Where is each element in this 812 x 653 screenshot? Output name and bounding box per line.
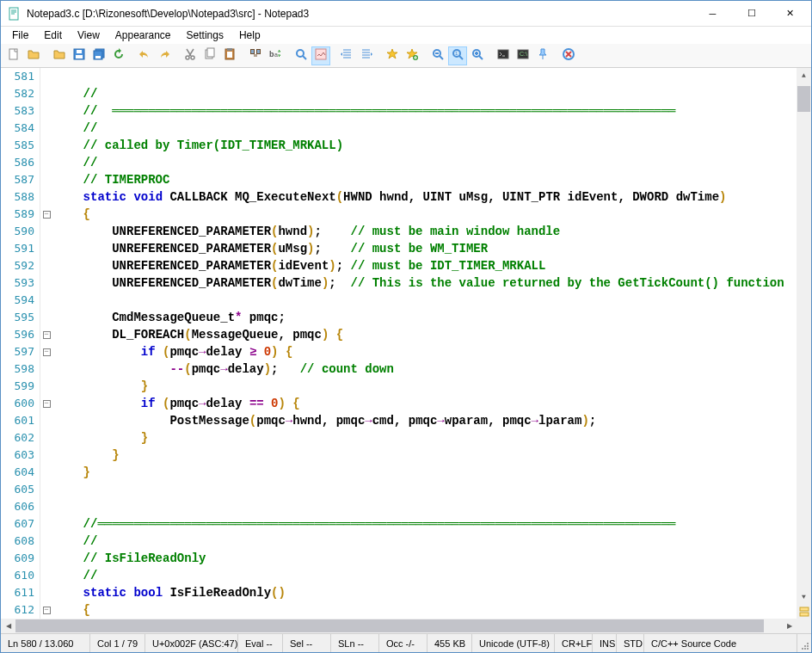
line-number[interactable]: 596 [1, 326, 34, 343]
code-line[interactable]: --(pmqc→delay); // count down [54, 360, 797, 378]
line-number[interactable]: 593 [1, 274, 34, 292]
code-line[interactable]: UNREFERENCED_PARAMETER(idEvent); // must… [54, 257, 797, 274]
minimize-button[interactable]: ─ [693, 2, 732, 26]
line-number[interactable]: 581 [1, 68, 34, 85]
paste-button[interactable] [220, 46, 239, 65]
code-line[interactable]: // [54, 567, 797, 584]
close-circle-button[interactable] [559, 46, 578, 65]
open-folder-button[interactable] [24, 46, 43, 65]
fold-marker[interactable] [40, 274, 52, 292]
status-eol[interactable]: CR+LF [555, 634, 593, 652]
fold-marker[interactable] [40, 137, 52, 154]
line-number[interactable]: 612 [1, 601, 34, 619]
fold-marker[interactable] [40, 412, 52, 429]
zoom-out-button[interactable] [428, 46, 447, 65]
line-number[interactable]: 582 [1, 85, 34, 102]
fold-marker[interactable] [40, 120, 52, 137]
code-line[interactable]: PostMessage(pmqc→hwnd, pmqc→cmd, pmqc→wp… [54, 412, 797, 429]
code-line[interactable]: if (pmqc→delay == 0) { [54, 395, 797, 412]
fold-marker[interactable] [40, 584, 52, 601]
code-line[interactable]: // TIMERPROC [54, 171, 797, 188]
line-number[interactable]: 602 [1, 429, 34, 447]
line-number[interactable]: 601 [1, 412, 34, 429]
indent-right-button[interactable] [357, 46, 376, 65]
fold-marker[interactable]: − [40, 601, 52, 619]
undo-button[interactable] [135, 46, 154, 65]
code-line[interactable]: } [54, 429, 797, 447]
zoom-fit-button[interactable]: 1 [448, 46, 467, 65]
scroll-right-button[interactable]: ▶ [782, 619, 797, 633]
menu-settings[interactable]: Settings [179, 28, 231, 43]
fold-marker[interactable] [40, 498, 52, 515]
code-line[interactable]: UNREFERENCED_PARAMETER(dwTime); // This … [54, 274, 797, 292]
code-line[interactable]: static bool IsFileReadOnly() [54, 584, 797, 601]
code-line[interactable] [54, 292, 797, 309]
line-number[interactable]: 588 [1, 188, 34, 206]
code-area[interactable]: // // ══════════════════════════════════… [52, 68, 797, 619]
resize-grip[interactable] [797, 634, 811, 652]
fold-marker[interactable] [40, 240, 52, 257]
code-line[interactable]: // [54, 85, 797, 102]
line-number[interactable]: 608 [1, 533, 34, 550]
line-number[interactable]: 606 [1, 498, 34, 515]
line-number[interactable]: 595 [1, 309, 34, 326]
fold-marker[interactable] [40, 292, 52, 309]
fold-marker[interactable] [40, 481, 52, 498]
fold-marker[interactable] [40, 68, 52, 85]
code-line[interactable] [54, 498, 797, 515]
code-line[interactable]: // [54, 533, 797, 550]
scroll-thumb[interactable] [797, 86, 810, 112]
scroll-left-button[interactable]: ◀ [1, 619, 15, 633]
fold-marker[interactable] [40, 223, 52, 240]
line-number[interactable]: 587 [1, 171, 34, 188]
indent-left-button[interactable] [337, 46, 356, 65]
code-line[interactable]: { [54, 206, 797, 223]
line-number[interactable]: 605 [1, 481, 34, 498]
code-line[interactable]: //══════════════════════════════════════… [54, 515, 797, 533]
maximize-button[interactable]: ☐ [732, 2, 771, 26]
line-number[interactable]: 591 [1, 240, 34, 257]
star-button[interactable] [383, 46, 402, 65]
code-line[interactable]: CmdMessageQueue_t* pmqc; [54, 309, 797, 326]
fold-marker[interactable] [40, 257, 52, 274]
line-number[interactable]: 594 [1, 292, 34, 309]
fold-marker[interactable] [40, 360, 52, 378]
code-line[interactable]: // ═════════════════════════════════════… [54, 102, 797, 120]
line-number[interactable]: 584 [1, 120, 34, 137]
horizontal-scrollbar[interactable]: ◀ ▶ [1, 619, 797, 633]
menu-appearance[interactable]: Appearance [108, 28, 179, 43]
scroll-down-button[interactable]: ▼ [797, 589, 811, 604]
code-line[interactable]: UNREFERENCED_PARAMETER(hwnd); // must be… [54, 223, 797, 240]
status-std[interactable]: STD [617, 634, 644, 652]
find-button[interactable] [246, 46, 265, 65]
line-number[interactable]: 607 [1, 515, 34, 533]
fold-marker[interactable]: − [40, 343, 52, 360]
fold-marker[interactable] [40, 550, 52, 567]
close-button[interactable]: ✕ [771, 2, 809, 26]
code-line[interactable]: // called by Timer(IDT_TIMER_MRKALL) [54, 137, 797, 154]
zoom-in-button[interactable] [468, 46, 487, 65]
code-line[interactable]: // [54, 120, 797, 137]
status-occ[interactable]: Occ -/- [379, 634, 428, 652]
line-number[interactable]: 590 [1, 223, 34, 240]
status-col[interactable]: Col 1 / 79 [90, 634, 145, 652]
fold-marker[interactable] [40, 378, 52, 395]
status-encoding[interactable]: Unicode (UTF-8) [472, 634, 555, 652]
line-number[interactable]: 611 [1, 584, 34, 601]
scroll-h-thumb[interactable] [15, 619, 764, 632]
fold-marker[interactable] [40, 171, 52, 188]
code-line[interactable]: // IsFileReadOnly [54, 550, 797, 567]
code-line[interactable]: { [54, 601, 797, 619]
star-add-button[interactable] [403, 46, 421, 65]
line-number[interactable]: 610 [1, 567, 34, 584]
code-line[interactable]: } [54, 378, 797, 395]
fold-marker[interactable]: − [40, 326, 52, 343]
menu-edit[interactable]: Edit [36, 28, 70, 43]
copy-button[interactable] [200, 46, 219, 65]
fold-marker[interactable]: − [40, 395, 52, 412]
status-sel[interactable]: Sel -- [283, 634, 331, 652]
line-number[interactable]: 585 [1, 137, 34, 154]
line-number[interactable]: 600 [1, 395, 34, 412]
status-size[interactable]: 455 KB [428, 634, 472, 652]
fold-marker[interactable] [40, 309, 52, 326]
